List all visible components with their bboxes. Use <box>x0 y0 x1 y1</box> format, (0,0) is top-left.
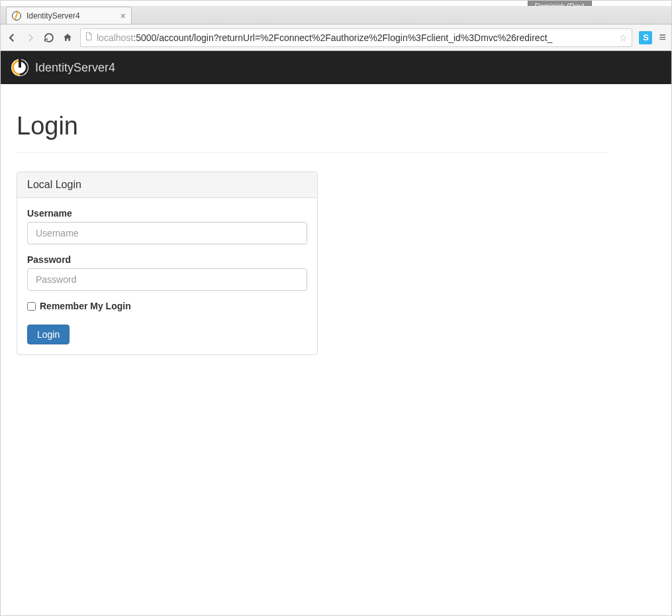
brand-name[interactable]: IdentityServer4 <box>35 61 115 75</box>
url-host: localhost <box>97 32 133 43</box>
browser-tabstrip: IdentityServer4 × <box>1 6 671 25</box>
browser-menu-button[interactable]: ≡ <box>659 30 666 44</box>
app-navbar: IdentityServer4 <box>1 51 671 84</box>
tab-favicon <box>12 11 21 21</box>
bookmark-star-icon[interactable]: ☆ <box>619 32 628 43</box>
tab-close-button[interactable]: × <box>120 11 126 21</box>
password-group: Password <box>27 254 307 291</box>
password-input[interactable] <box>27 268 307 291</box>
remember-group: Remember My Login <box>27 301 307 311</box>
extension-icon[interactable]: S <box>639 31 652 44</box>
login-button[interactable]: Login <box>27 325 70 344</box>
back-button[interactable] <box>6 32 18 44</box>
username-group: Username <box>27 208 307 244</box>
forward-button[interactable] <box>24 32 36 44</box>
page-icon <box>85 32 93 43</box>
browser-toolbar: localhost:5000/account/login?returnUrl=%… <box>1 25 671 51</box>
panel-body: Username Password Remember My Login Logi… <box>17 198 317 354</box>
remember-label[interactable]: Remember My Login <box>40 301 131 311</box>
page-title: Login <box>17 112 607 140</box>
tab-title: IdentityServer4 <box>26 11 80 21</box>
page-viewport: IdentityServer4 Login Local Login Userna… <box>1 51 671 615</box>
brand-logo-icon <box>11 59 28 76</box>
reload-button[interactable] <box>43 32 55 44</box>
username-input[interactable] <box>27 222 307 244</box>
page-header: Login <box>17 112 607 153</box>
url-text: localhost:5000/account/login?returnUrl=%… <box>97 32 552 43</box>
remember-checkbox[interactable] <box>27 302 36 311</box>
home-button[interactable] <box>62 32 73 44</box>
password-label: Password <box>27 254 307 265</box>
login-panel: Local Login Username Password Remember M… <box>17 172 318 355</box>
url-path: :5000/account/login?returnUrl=%2Fconnect… <box>133 32 552 43</box>
username-label: Username <box>27 208 307 219</box>
page-container: Login Local Login Username Password Reme… <box>1 112 623 355</box>
url-bar[interactable]: localhost:5000/account/login?returnUrl=%… <box>80 28 632 47</box>
panel-heading: Local Login <box>17 172 317 198</box>
browser-tab[interactable]: IdentityServer4 × <box>6 7 132 24</box>
